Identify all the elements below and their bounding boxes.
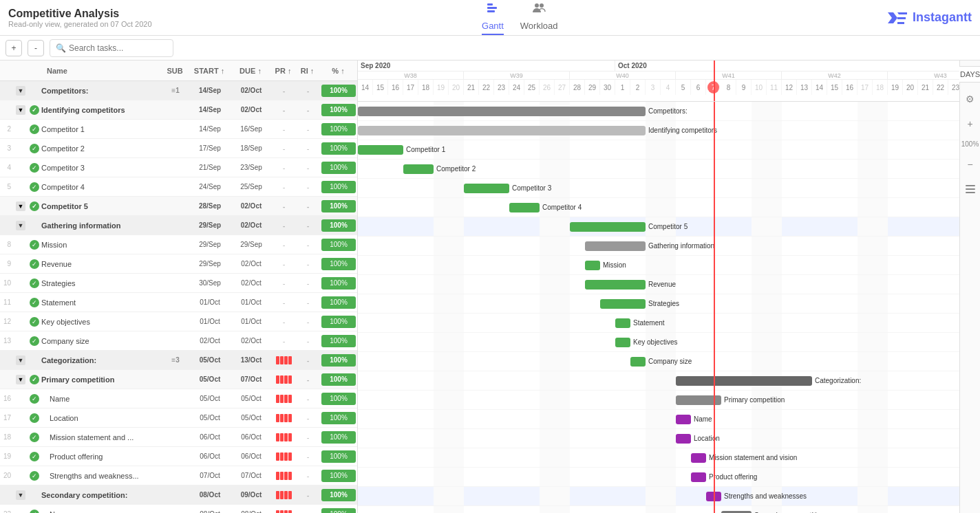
task-row[interactable]: 3✓Competitor 217/Sep18/Sep--100% (0, 139, 357, 158)
task-row[interactable]: ▼Gathering information29/Sep02/Oct--100% (0, 216, 357, 235)
gantt-bar-label: Mission (603, 261, 626, 269)
gantt-row: Key objectives (358, 333, 959, 352)
task-row[interactable]: ▼Categorization:≡305/Oct13/Oct-100% (0, 351, 357, 370)
task-row[interactable]: 22✓Name08/Oct08/Oct-100% (0, 505, 357, 513)
gantt-bar[interactable] (676, 376, 812, 386)
gantt-bar[interactable] (615, 338, 630, 347)
tab-workload[interactable]: Workload (520, 1, 558, 35)
row-collapse-icon[interactable]: ▼ (14, 490, 28, 500)
task-row[interactable]: 12✓Key objectives01/Oct01/Oct--100% (0, 312, 357, 331)
workload-tab-icon (532, 1, 546, 18)
gantt-bar[interactable] (676, 434, 691, 444)
zoom-in-icon[interactable]: + (962, 116, 979, 132)
completion-pct: 100% (320, 508, 357, 514)
row-number: 5 (0, 183, 14, 190)
col-pr-header[interactable]: PR ↑ (271, 67, 295, 75)
settings-icon[interactable]: ⚙ (962, 91, 979, 107)
gantt-bar[interactable] (585, 261, 600, 270)
risk: - (296, 279, 320, 287)
task-row[interactable]: 13✓Company size02/Oct02/Oct--100% (0, 331, 357, 351)
col-start-header[interactable]: START ↑ (189, 67, 230, 75)
gantt-bar[interactable] (570, 222, 646, 232)
day-cell: 14 (812, 80, 827, 95)
start-date: 05/Oct (189, 356, 231, 364)
completion-pct: 100% (320, 258, 357, 270)
add-task-button[interactable]: + (6, 40, 22, 56)
gantt-bar[interactable] (676, 415, 691, 424)
task-row[interactable]: ▼✓Primary competition05/Oct07/Oct-100% (0, 370, 357, 389)
start-date: 01/Oct (189, 318, 231, 325)
completion-pct: 100% (320, 123, 357, 135)
workload-tab-label: Workload (520, 21, 558, 31)
task-row[interactable]: 16✓Name05/Oct05/Oct-100% (0, 389, 357, 408)
gantt-bar[interactable] (358, 126, 646, 135)
task-row[interactable]: 20✓Strengths and weakness...07/Oct07/Oct… (0, 466, 357, 485)
gantt-bar[interactable] (358, 107, 646, 116)
gantt-bar[interactable] (630, 357, 646, 367)
gantt-bar[interactable] (676, 395, 721, 405)
start-date: 24/Sep (189, 183, 231, 190)
task-row[interactable]: 2✓Competitor 114/Sep16/Sep--100% (0, 120, 357, 139)
task-row[interactable]: 11✓Statement01/Oct01/Oct--100% (0, 293, 357, 312)
task-row[interactable]: ▼✓Competitor 528/Sep02/Oct--100% (0, 197, 357, 216)
gantt-bar[interactable] (464, 184, 509, 193)
task-row[interactable]: ▼✓Identifying competitors14/Sep02/Oct--1… (0, 100, 357, 120)
row-collapse-icon[interactable]: ▼ (14, 221, 28, 230)
gantt-bar[interactable] (706, 492, 721, 501)
row-collapse-icon[interactable]: ▼ (14, 375, 28, 384)
col-ri-header[interactable]: RI ↑ (295, 67, 319, 75)
gantt-bar[interactable] (509, 203, 540, 212)
risk: - (296, 202, 320, 210)
gantt-row: Location (358, 429, 959, 448)
completion-pct: 100% (320, 412, 357, 424)
collapse-button[interactable]: - (28, 40, 44, 56)
row-number: 16 (0, 395, 14, 402)
row-number: 22 (0, 510, 14, 513)
completion-pct: 100% (320, 431, 357, 444)
completion-pct: 100% (320, 181, 357, 193)
search-icon: 🔍 (56, 43, 66, 53)
task-row[interactable]: 4✓Competitor 321/Sep23/Sep--100% (0, 158, 357, 177)
gantt-row: Identifying competitors (358, 121, 959, 140)
due-date: 02/Oct (231, 279, 272, 287)
gantt-bar[interactable] (691, 453, 706, 463)
task-status-icon: ✓ (28, 105, 41, 115)
task-row[interactable]: 18✓Mission statement and ...06/Oct06/Oct… (0, 428, 357, 447)
task-row[interactable]: ▼Competitors:≡114/Sep02/Oct--100% (0, 81, 357, 100)
day-cell: 11 (767, 80, 782, 95)
start-date: 30/Sep (189, 279, 231, 287)
task-row[interactable]: 5✓Competitor 424/Sep25/Sep--100% (0, 177, 357, 197)
tab-gantt[interactable]: Gantt (482, 1, 504, 35)
task-row[interactable]: 10✓Strategies30/Sep02/Oct--100% (0, 274, 357, 293)
layers-icon[interactable] (962, 181, 979, 197)
task-row[interactable]: 8✓Mission29/Sep29/Sep--100% (0, 235, 357, 254)
zoom-out-icon[interactable]: − (962, 156, 979, 173)
day-cell: 18 (873, 80, 888, 95)
gantt-tab-label: Gantt (482, 21, 504, 31)
search-box: 🔍 (50, 39, 173, 57)
gantt-bar[interactable] (615, 318, 630, 328)
task-row[interactable]: 17✓Location05/Oct05/Oct-100% (0, 408, 357, 428)
gantt-bar[interactable] (403, 164, 434, 174)
svg-point-3 (535, 3, 539, 8)
row-collapse-icon[interactable]: ▼ (14, 105, 28, 115)
task-row[interactable]: 9✓Revenue29/Sep02/Oct--100% (0, 254, 357, 274)
gantt-bar[interactable] (585, 241, 646, 251)
gantt-bar[interactable] (585, 280, 646, 290)
col-due-header[interactable]: DUE ↑ (230, 67, 271, 75)
gantt-panel[interactable]: Sep 2020Oct 2020W38W39W40W41W42W43W44141… (358, 61, 959, 513)
row-collapse-icon[interactable]: ▼ (14, 86, 28, 96)
task-name: Strengths and weakness... (41, 472, 162, 480)
gantt-bar[interactable] (600, 299, 646, 309)
gantt-bar[interactable] (691, 472, 706, 482)
priority: - (272, 202, 296, 210)
col-pct-header[interactable]: % ↑ (319, 67, 357, 75)
task-name: Competitor 3 (41, 164, 162, 172)
task-row[interactable]: 19✓Product offering06/Oct06/Oct-100% (0, 447, 357, 466)
gantt-bar[interactable] (358, 145, 403, 155)
row-collapse-icon[interactable]: ▼ (14, 356, 28, 365)
gantt-bar-label: Key objectives (633, 338, 677, 346)
task-row[interactable]: ▼Secondary competition:08/Oct09/Oct-100% (0, 485, 357, 505)
day-cell: 15 (827, 80, 842, 95)
search-input[interactable] (69, 43, 167, 53)
